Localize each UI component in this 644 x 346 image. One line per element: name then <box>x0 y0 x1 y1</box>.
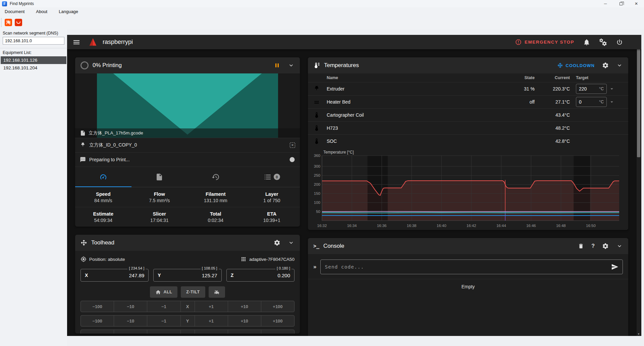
mainsail-logo <box>88 37 98 47</box>
pause-print-button[interactable] <box>274 62 280 69</box>
taobao-button[interactable]: 淘 <box>5 19 12 26</box>
axis-x-field[interactable]: [ 234.54 ] X 247.89 <box>80 269 149 282</box>
temperature-chart-svg: 5010015020025030036016:3216:3416:3616:38… <box>310 150 624 229</box>
axis-letter: Y <box>158 273 161 278</box>
device-item[interactable]: 192.168.101.204 <box>1 64 66 72</box>
jog-step-button[interactable]: +1 <box>195 315 228 326</box>
exclude-object-button[interactable]: ✕ <box>290 142 295 148</box>
svg-text:16:42: 16:42 <box>467 224 476 228</box>
jog-step-button[interactable]: −1 <box>147 301 180 312</box>
jog-axis-label: Z <box>180 330 195 334</box>
tab-objects[interactable]: 0 <box>244 167 300 187</box>
hamburger-menu-icon[interactable] <box>72 38 80 46</box>
trash-icon[interactable] <box>578 243 584 249</box>
printer-webview: raspberrypi EMERGENCY STOP 0% Printing <box>67 35 641 336</box>
home-all-button[interactable]: ALL <box>150 286 177 298</box>
emergency-stop-button[interactable]: EMERGENCY STOP <box>515 39 574 46</box>
jog-row-x: −100−10−1X+1+10+100 <box>80 301 294 312</box>
console-empty-state: Empty <box>308 279 628 294</box>
tab-history[interactable] <box>187 167 244 187</box>
scan-segment-label: Scan network segment (DNS) <box>0 30 67 37</box>
stat-value: 7.5 mm³/s <box>149 198 170 203</box>
jog-step-button[interactable]: −0.1 <box>147 330 180 334</box>
jog-step-button[interactable]: +1 <box>228 330 261 334</box>
stat-label: Layer <box>265 191 278 197</box>
axis-z-limit: [ 0.180 ] <box>275 266 291 270</box>
axis-x-limit: [ 234.54 ] <box>127 266 146 270</box>
z-tilt-button[interactable]: Z-TILT <box>181 286 205 298</box>
menu-about[interactable]: About <box>36 9 47 14</box>
temps-table-header: Name State Current Target <box>308 73 628 82</box>
jog-step-button[interactable]: +10 <box>228 301 261 312</box>
heater-bed-target-input[interactable]: °C <box>576 97 607 107</box>
dismiss-message-icon[interactable] <box>289 157 295 163</box>
gear-icon[interactable] <box>274 239 280 246</box>
chevron-down-icon[interactable] <box>288 62 294 69</box>
target-value-input[interactable] <box>579 99 594 105</box>
device-item[interactable]: 192.168.101.126 <box>1 56 66 64</box>
gear-icon[interactable] <box>602 62 609 69</box>
heater-bed-icon <box>313 99 320 105</box>
equipment-list-label: Equipment List: <box>0 48 67 56</box>
console-command-input[interactable] <box>325 264 611 270</box>
axis-y-field[interactable]: [ 108.05 ] Y 125.27 <box>153 269 221 282</box>
jog-step-button[interactable]: +100 <box>261 301 294 312</box>
page-scrollbar[interactable]: ▲ ▼ <box>637 35 641 336</box>
chevron-double-right-icon: » <box>313 264 316 270</box>
jog-step-button[interactable]: −25 <box>81 330 114 334</box>
notifications-bell-icon[interactable] <box>583 39 590 46</box>
axis-z-field[interactable]: [ 0.180 ] Z 0.200 <box>226 269 294 282</box>
tab-speed[interactable] <box>75 167 131 187</box>
target-dropdown-icon[interactable] <box>609 99 615 105</box>
jog-step-button[interactable]: −1 <box>147 315 180 326</box>
history-icon <box>212 173 220 181</box>
power-icon[interactable] <box>616 39 623 46</box>
jog-step-button[interactable]: +10 <box>228 315 261 326</box>
jog-step-button[interactable]: +100 <box>261 315 294 326</box>
jog-step-button[interactable]: −1 <box>114 330 147 334</box>
tab-file[interactable] <box>131 167 188 187</box>
restore-button[interactable] <box>613 0 629 7</box>
extruder-target-input[interactable]: °C <box>576 84 607 94</box>
temp-row-heater-bed: Heater Bed off 27.1°C °C <box>308 95 628 108</box>
jog-step-button[interactable]: −100 <box>81 301 114 312</box>
sidebar: Scan network segment (DNS) Equipment Lis… <box>0 30 67 346</box>
target-dropdown-icon[interactable] <box>609 86 615 92</box>
svg-text:Temperature [°C]: Temperature [°C] <box>323 150 354 155</box>
scan-segment-input[interactable] <box>3 37 64 45</box>
minimize-button[interactable]: ─ <box>598 0 613 7</box>
console-command-field[interactable] <box>320 260 623 274</box>
menu-language[interactable]: Language <box>59 9 78 14</box>
stat-label: Filament <box>206 191 226 197</box>
help-icon[interactable]: ? <box>591 243 595 249</box>
jog-step-button[interactable]: −10 <box>114 301 147 312</box>
print-stats-row-1: Speed84 mm/s Flow7.5 mm³/s Filament131.1… <box>75 187 300 207</box>
scrollbar-thumb[interactable] <box>637 39 640 157</box>
aliexpress-button[interactable] <box>15 19 22 26</box>
scroll-down-arrow[interactable]: ▼ <box>637 332 641 336</box>
jog-step-button[interactable]: +25 <box>261 330 294 334</box>
jog-step-button[interactable]: −10 <box>114 315 147 326</box>
motors-off-button[interactable] <box>209 286 225 298</box>
print-stats-tabs: 0 <box>75 167 300 187</box>
chevron-down-icon[interactable] <box>616 243 623 249</box>
axis-y-limit: [ 108.05 ] <box>201 266 219 270</box>
close-button[interactable]: ✕ <box>629 0 644 7</box>
send-icon[interactable] <box>611 263 619 271</box>
settings-gears-icon[interactable] <box>599 38 607 46</box>
navbar: raspberrypi EMERGENCY STOP <box>67 35 641 49</box>
print-status-title: 0% Printing <box>93 62 122 69</box>
jog-step-button[interactable]: −100 <box>81 315 114 326</box>
menu-document[interactable]: Document <box>5 9 24 14</box>
cooldown-button[interactable]: COOLDOWN <box>557 62 595 68</box>
axis-value: 0.200 <box>277 273 290 278</box>
jog-step-button[interactable]: +1 <box>195 301 228 312</box>
chevron-down-icon[interactable] <box>288 239 294 246</box>
jog-step-button[interactable]: +0.1 <box>195 330 228 334</box>
stat-value: 0:02:34 <box>208 218 223 223</box>
jog-row-y: −100−10−1Y+1+10+100 <box>80 315 294 327</box>
gear-icon[interactable] <box>602 243 609 249</box>
stat-value: 54:09:34 <box>94 218 113 223</box>
chevron-down-icon[interactable] <box>616 62 623 69</box>
target-value-input[interactable] <box>579 86 594 92</box>
